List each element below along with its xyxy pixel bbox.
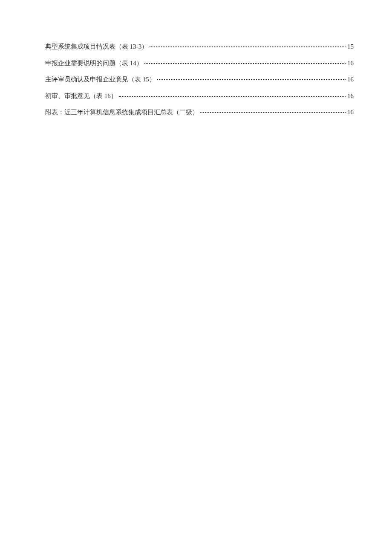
toc-page: 16	[347, 107, 354, 117]
toc-entry: 主评审员确认及申报企业意见（表 15） 16	[45, 75, 354, 84]
toc-page: 16	[347, 91, 354, 101]
toc-entry: 附表：近三年计算机信息系统集成项目汇总表（二级） 16	[45, 107, 354, 117]
toc-dots	[144, 63, 346, 64]
toc-entry: 申报企业需要说明的问题（表 14） 16	[45, 58, 354, 68]
toc-dots	[200, 112, 346, 113]
toc-title: 主评审员确认及申报企业意见（表 15）	[45, 75, 156, 84]
toc-entry: 典型系统集成项目情况表（表 13-3） 15	[45, 42, 354, 52]
toc-dots	[157, 79, 346, 80]
toc-dots	[119, 96, 346, 97]
toc-entry: 初审、审批意见（表 16） 16	[45, 91, 354, 101]
toc-title: 申报企业需要说明的问题（表 14）	[45, 58, 143, 68]
toc-title: 附表：近三年计算机信息系统集成项目汇总表（二级）	[45, 107, 199, 117]
toc-title: 初审、审批意见（表 16）	[45, 91, 117, 101]
toc-dots	[150, 46, 346, 47]
toc-page: 16	[347, 58, 354, 68]
toc-page: 16	[347, 75, 354, 84]
toc-page: 15	[347, 42, 354, 52]
toc-container: 典型系统集成项目情况表（表 13-3） 15 申报企业需要说明的问题（表 14）…	[45, 42, 354, 124]
toc-title: 典型系统集成项目情况表（表 13-3）	[45, 42, 148, 52]
